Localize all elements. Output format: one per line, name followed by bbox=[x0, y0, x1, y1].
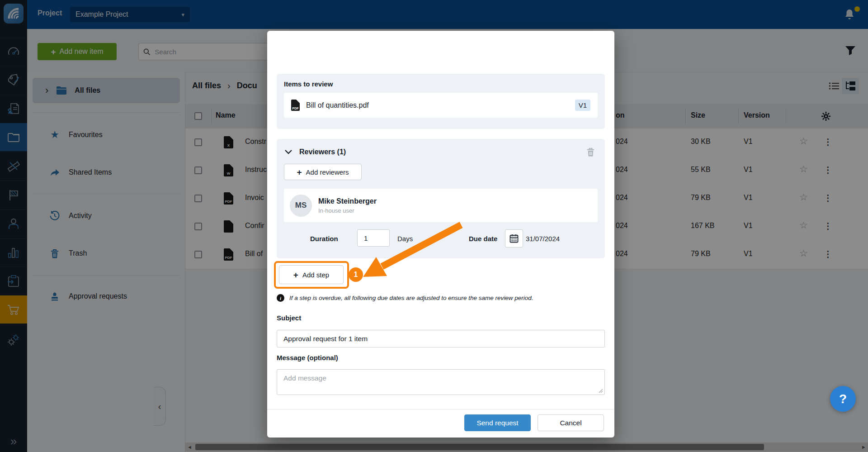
items-to-review-label: Items to review bbox=[284, 80, 333, 88]
reviewer-subtitle: In-house user bbox=[318, 207, 377, 214]
reviewers-step-section: Reviewers (1) + Add reviewers MS Mike St… bbox=[277, 139, 605, 258]
subject-input[interactable] bbox=[277, 330, 605, 347]
delete-step-button[interactable] bbox=[586, 147, 595, 157]
plus-icon: + bbox=[297, 168, 302, 176]
reviewer-card: MS Mike Steinberger In-house user bbox=[284, 189, 598, 222]
due-date-value: 31/07/2024 bbox=[526, 235, 560, 243]
reviewers-header-label: Reviewers (1) bbox=[299, 148, 346, 156]
info-icon: i bbox=[277, 294, 284, 302]
help-button[interactable]: ? bbox=[830, 386, 856, 412]
app-window: » Project Example Project ▾ + Add new it… bbox=[0, 0, 868, 452]
calendar-icon bbox=[509, 234, 519, 243]
duration-unit: Days bbox=[397, 235, 413, 243]
message-label: Message (optional) bbox=[277, 354, 338, 362]
duration-input[interactable] bbox=[357, 229, 390, 247]
annotation-step-badge: 1 bbox=[349, 267, 363, 282]
textarea-resize-handle[interactable] bbox=[598, 388, 603, 393]
chevron-down-icon bbox=[285, 150, 292, 154]
duration-row: Duration Days Due date 31/07/2024 bbox=[277, 229, 605, 252]
duration-label: Duration bbox=[310, 235, 338, 243]
reviewer-name: Mike Steinberger bbox=[318, 197, 377, 205]
review-item-row: PDF Bill of quantities.pdf V1 bbox=[284, 93, 598, 118]
pdf-file-icon: PDF bbox=[291, 100, 300, 111]
message-input[interactable] bbox=[277, 369, 605, 395]
review-item-name: Bill of quantities.pdf bbox=[306, 101, 569, 109]
version-badge: V1 bbox=[575, 100, 590, 111]
info-note: i If a step is overdue, all following du… bbox=[277, 294, 602, 302]
due-date-label: Due date bbox=[469, 235, 497, 243]
items-to-review-section: Items to review PDF Bill of quantities.p… bbox=[277, 74, 605, 129]
modal-footer-divider bbox=[267, 409, 614, 409]
trash-icon bbox=[586, 147, 595, 157]
add-reviewers-button[interactable]: + Add reviewers bbox=[284, 164, 362, 180]
reviewers-header[interactable]: Reviewers (1) bbox=[285, 148, 346, 156]
annotation-highlight-box bbox=[274, 261, 349, 289]
info-note-text: If a step is overdue, all following due … bbox=[289, 295, 533, 301]
add-reviewers-label: Add reviewers bbox=[306, 168, 349, 176]
request-approval-modal: Request approval × Items to review PDF B… bbox=[267, 31, 614, 438]
due-date-picker-button[interactable] bbox=[505, 229, 523, 247]
filetype-label: PDF bbox=[292, 107, 299, 110]
subject-label: Subject bbox=[277, 314, 301, 322]
avatar: MS bbox=[290, 195, 312, 217]
cancel-button[interactable]: Cancel bbox=[538, 414, 604, 431]
send-request-button[interactable]: Send request bbox=[464, 414, 531, 431]
